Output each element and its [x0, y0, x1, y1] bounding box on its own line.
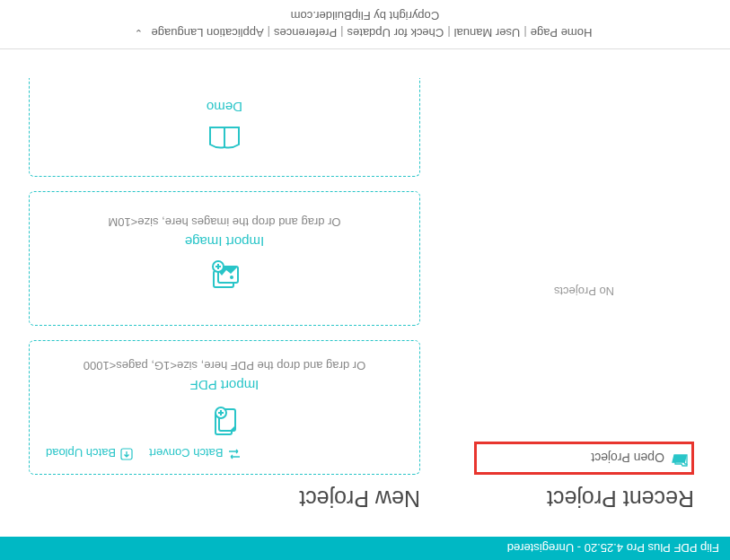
batch-upload-button[interactable]: Batch Upload — [46, 445, 133, 461]
titlebar: Flip PDF Plus Pro 4.25.20 - Unregistered — [0, 537, 730, 560]
import-pdf-icon — [207, 398, 242, 438]
folder-icon — [672, 450, 688, 467]
svg-point-6 — [230, 276, 233, 279]
footer-manual-link[interactable]: User Manual — [451, 26, 524, 39]
demo-card[interactable]: Demo — [29, 78, 420, 177]
footer: Home Page | User Manual | Check for Upda… — [0, 0, 730, 49]
import-image-icon — [207, 255, 242, 289]
import-pdf-title: Import PDF — [190, 378, 259, 393]
footer-lang-link[interactable]: Application Language — [148, 26, 268, 39]
new-project-title: New Project — [29, 486, 420, 512]
demo-icon — [207, 120, 242, 151]
batch-upload-label: Batch Upload — [46, 447, 116, 460]
import-pdf-card[interactable]: Batch Convert Batch Upload — [29, 340, 420, 475]
open-project-label: Open Project — [591, 451, 664, 466]
footer-updates-link[interactable]: Check for Updates — [344, 26, 448, 39]
import-image-card[interactable]: Import Image Or drag and drop the images… — [29, 191, 420, 326]
upload-icon — [120, 446, 133, 461]
open-project-button[interactable]: Open Project — [474, 442, 694, 475]
demo-title: Demo — [207, 100, 242, 115]
import-image-title: Import Image — [185, 234, 264, 249]
import-pdf-hint: Or drag and drop the PDF here, size<1G, … — [84, 359, 365, 372]
batch-convert-button[interactable]: Batch Convert — [149, 445, 242, 461]
recent-project-panel: Recent Project Open Project No Projects — [438, 49, 694, 512]
footer-prefs-link[interactable]: Preferences — [270, 26, 340, 39]
new-project-panel: New Project Batch Convert — [29, 49, 438, 512]
recent-project-title: Recent Project — [474, 486, 694, 512]
no-projects-text: No Projects — [474, 284, 694, 298]
app-title: Flip PDF Plus Pro 4.25.20 - Unregistered — [507, 542, 719, 556]
footer-home-link[interactable]: Home Page — [527, 26, 596, 39]
import-image-hint: Or drag and drop the images here, size<1… — [108, 215, 340, 229]
chevron-down-icon: ⌄ — [135, 27, 143, 39]
footer-copyright: Copyright by FlipBuilder.com — [18, 9, 712, 22]
batch-convert-label: Batch Convert — [149, 447, 223, 460]
swap-icon — [227, 447, 242, 460]
